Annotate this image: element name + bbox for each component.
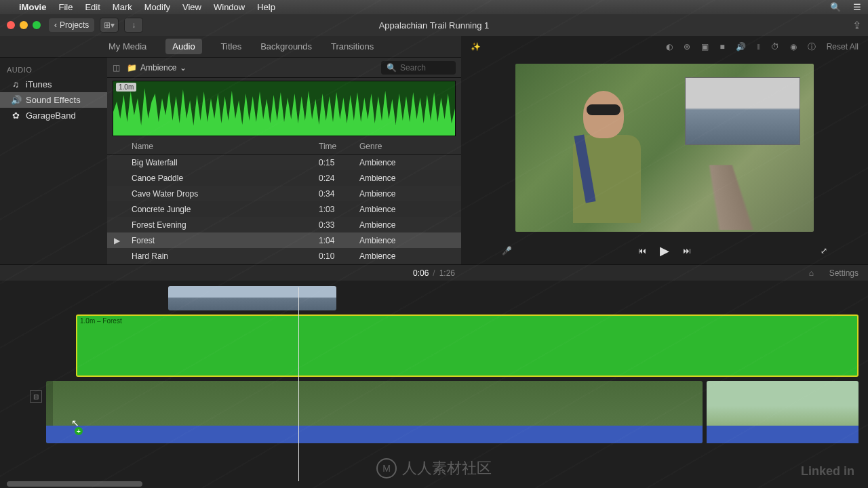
viewer-panel: ✨ ◐ ⊛ ▣ ■ 🔊 ⫴ ⏱ ◉ ⓘ Reset All 🎤 ⏮ ▶ ⏭ ⤢ — [461, 36, 868, 264]
noise-reduction-icon[interactable]: ⫴ — [757, 42, 760, 52]
table-row[interactable]: Canoe Paddle0:24Ambience — [107, 170, 461, 186]
folder-name: Ambience — [140, 63, 176, 73]
audio-sidebar: AUDIO ♫ iTunes 🔊 Sound Effects ✿ GarageB… — [0, 58, 107, 264]
menu-modify[interactable]: Modify — [144, 2, 170, 12]
share-icon[interactable]: ⇪ — [852, 19, 861, 32]
table-row[interactable]: Hard Rain0:10Ambience — [107, 248, 461, 264]
sidebar-item-label: Sound Effects — [26, 95, 81, 105]
table-header: Name Time Genre — [107, 139, 461, 155]
waveform-preview[interactable]: 1.0m — [113, 81, 456, 136]
volume-icon[interactable]: 🔊 — [736, 42, 746, 52]
speed-icon[interactable]: ⏱ — [771, 42, 779, 52]
header-time[interactable]: Time — [319, 142, 359, 151]
overlay-clip[interactable] — [168, 286, 336, 310]
clip-filter-icon[interactable]: ◉ — [790, 42, 797, 52]
search-input[interactable]: 🔍 Search — [381, 61, 456, 75]
play-indicator-icon[interactable]: ▶ — [114, 236, 120, 245]
color-balance-icon[interactable]: ◐ — [666, 42, 673, 52]
audio-clip-label: 1.0m – Forest — [80, 317, 122, 325]
watermark-center: M 人人素材社区 — [376, 458, 492, 479]
guitar-icon: ✿ — [11, 110, 20, 121]
import-icon[interactable]: ↓ — [124, 18, 143, 33]
total-time: 1:26 — [439, 268, 455, 278]
spotlight-icon[interactable]: 🔍 — [830, 2, 841, 12]
header-genre[interactable]: Genre — [359, 142, 441, 151]
menu-list-icon[interactable]: ☰ — [853, 2, 861, 12]
audio-clip-forest[interactable]: 1.0m – Forest — [76, 314, 859, 377]
folder-icon: 📁 — [127, 63, 137, 73]
skimmer-toggle-icon[interactable]: ⊟ — [30, 390, 42, 403]
clip-audio-waveform[interactable] — [46, 426, 703, 443]
main-video-clip[interactable] — [46, 381, 703, 443]
timeline[interactable]: 1.0m – Forest ⊟ — [0, 281, 868, 488]
crop-icon[interactable]: ▣ — [701, 42, 709, 52]
back-to-projects-button[interactable]: ‹ Projects — [49, 18, 94, 32]
next-frame-icon[interactable]: ⏭ — [683, 246, 691, 256]
window-titlebar: ‹ Projects ⊞▾ ↓ Appalachian Trail Runnin… — [0, 14, 868, 36]
speaker-icon: 🔊 — [11, 95, 20, 105]
color-correction-icon[interactable]: ⊛ — [684, 42, 690, 52]
video-preview — [515, 64, 814, 232]
audio-table: Big Waterfall0:15Ambience Canoe Paddle0:… — [107, 155, 461, 264]
video-viewer[interactable] — [461, 58, 868, 237]
sidebar-item-garageband[interactable]: ✿ GarageBand — [0, 108, 107, 123]
chevron-left-icon: ‹ — [54, 20, 57, 30]
sidebar-header: AUDIO — [0, 63, 107, 77]
back-label: Projects — [60, 20, 89, 30]
library-view-icon[interactable]: ⊞▾ — [100, 18, 119, 33]
sidebar-item-itunes[interactable]: ♫ iTunes — [0, 77, 107, 92]
secondary-video-clip[interactable] — [707, 381, 859, 443]
tab-backgrounds[interactable]: Backgrounds — [260, 41, 312, 52]
timecode-bar: 0:06 / 1:26 ⌂ Settings — [0, 264, 868, 281]
menu-view[interactable]: View — [182, 2, 201, 12]
table-row[interactable]: Concrete Jungle1:03Ambience — [107, 201, 461, 217]
clip-audio-waveform[interactable] — [707, 426, 859, 443]
media-browser-panel: My Media Audio Titles Backgrounds Transi… — [0, 36, 461, 264]
prev-frame-icon[interactable]: ⏮ — [638, 246, 646, 256]
music-note-icon: ♫ — [11, 79, 20, 89]
sidebar-item-sound-effects[interactable]: 🔊 Sound Effects — [0, 92, 107, 108]
zoom-indicator-icon[interactable]: ⌂ — [809, 268, 814, 278]
video-track — [46, 381, 859, 443]
traffic-lights — [7, 21, 41, 29]
menu-file[interactable]: File — [58, 2, 73, 12]
tab-transitions[interactable]: Transitions — [331, 41, 374, 52]
header-name[interactable]: Name — [132, 142, 319, 151]
table-row[interactable]: Forest Evening0:33Ambience — [107, 217, 461, 232]
close-window-button[interactable] — [7, 21, 15, 29]
watermark-linkedin: Linked in — [801, 464, 854, 479]
table-row[interactable]: Cave Water Drops0:34Ambience — [107, 186, 461, 201]
menu-edit[interactable]: Edit — [85, 2, 100, 12]
play-icon[interactable]: ▶ — [660, 243, 669, 258]
app-name[interactable]: iMovie — [19, 2, 46, 12]
tab-audio[interactable]: Audio — [165, 39, 201, 54]
fullscreen-icon[interactable]: ⤢ — [821, 246, 827, 256]
menu-help[interactable]: Help — [257, 2, 275, 12]
folder-dropdown[interactable]: 📁 Ambience ⌄ — [127, 63, 186, 73]
search-placeholder: Search — [400, 63, 426, 73]
waveform-duration-badge: 1.0m — [116, 83, 136, 92]
menu-window[interactable]: Window — [214, 2, 245, 12]
voiceover-icon[interactable]: 🎤 — [502, 246, 512, 256]
audio-content: ◫ 📁 Ambience ⌄ 🔍 Search 1.0m — [107, 58, 461, 264]
stabilization-icon[interactable]: ■ — [719, 42, 724, 52]
drag-add-indicator: + — [75, 427, 83, 435]
menu-mark[interactable]: Mark — [113, 2, 132, 12]
enhance-icon[interactable]: ✨ — [471, 42, 481, 52]
table-row[interactable]: ▶Forest1:04Ambience — [107, 232, 461, 248]
timeline-settings-button[interactable]: Settings — [829, 268, 859, 278]
horizontal-scrollbar[interactable] — [7, 481, 142, 487]
playhead[interactable] — [298, 287, 299, 481]
current-time: 0:06 — [413, 268, 429, 278]
sidebar-item-label: GarageBand — [26, 110, 76, 121]
info-icon[interactable]: ⓘ — [808, 41, 816, 53]
table-row[interactable]: Big Waterfall0:15Ambience — [107, 155, 461, 170]
minimize-window-button[interactable] — [20, 21, 28, 29]
tab-my-media[interactable]: My Media — [108, 41, 146, 52]
sidebar-toggle-icon[interactable]: ◫ — [113, 63, 120, 73]
picture-in-picture-overlay — [685, 77, 800, 145]
reset-all-button[interactable]: Reset All — [827, 42, 859, 52]
tab-titles[interactable]: Titles — [221, 41, 242, 52]
sidebar-item-label: iTunes — [26, 79, 52, 89]
zoom-window-button[interactable] — [33, 21, 41, 29]
